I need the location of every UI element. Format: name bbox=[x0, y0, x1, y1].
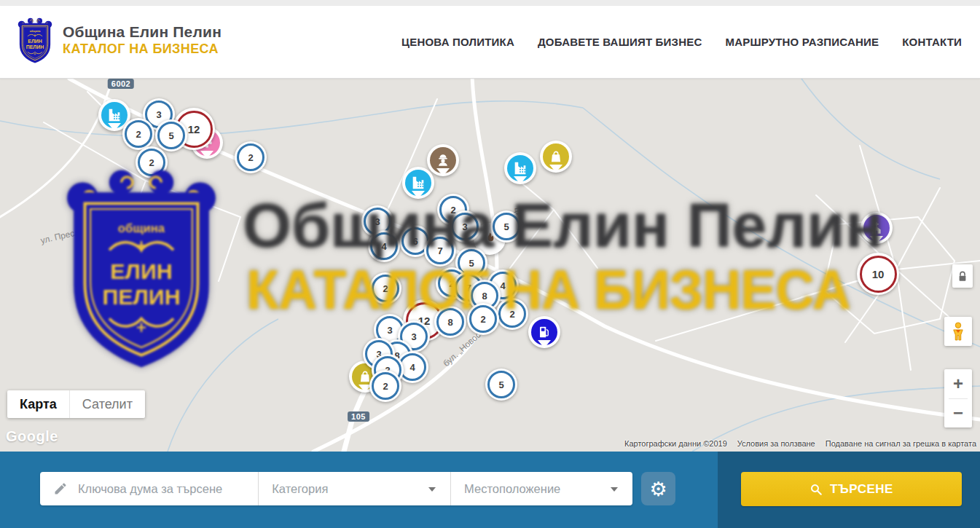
page: община ЕЛИН ПЕЛИН Община Елин Пелин КАТА… bbox=[0, 0, 980, 528]
location-value: Местоположение bbox=[464, 482, 560, 496]
keyword-input[interactable] bbox=[77, 481, 258, 497]
cluster-count: 2 bbox=[498, 300, 526, 328]
pegman-icon bbox=[950, 322, 966, 342]
map-type-satellite-button[interactable]: Сателит bbox=[69, 390, 145, 418]
cluster-count: 2 bbox=[372, 372, 399, 400]
search-bar: Категория Местоположение ⚙ ТЪРСЕНЕ bbox=[0, 452, 980, 528]
zoom-control: + − bbox=[944, 369, 972, 427]
road-number-label: 105 bbox=[348, 411, 369, 422]
cluster-count: 2 bbox=[237, 143, 264, 171]
brand[interactable]: Община Елин Пелин КАТАЛОГ НА БИЗНЕСА bbox=[16, 16, 222, 64]
cluster-count: 2 bbox=[125, 120, 152, 148]
shopping-bag-icon bbox=[543, 143, 569, 170]
cluster-marker[interactable]: 2 bbox=[136, 146, 168, 178]
church-icon bbox=[863, 215, 890, 241]
fuel-icon bbox=[531, 319, 557, 345]
brand-title: Община Елин Пелин bbox=[63, 23, 222, 42]
brand-subtitle: КАТАЛОГ НА БИЗНЕСА bbox=[63, 42, 222, 58]
lock-icon bbox=[957, 270, 968, 283]
zoom-in-button[interactable]: + bbox=[944, 369, 972, 398]
factory-pin-marker[interactable] bbox=[504, 152, 536, 184]
cluster-marker[interactable]: 5 bbox=[155, 119, 187, 151]
header: Община Елин Пелин КАТАЛОГ НА БИЗНЕСА ЦЕН… bbox=[0, 6, 980, 79]
cluster-count: 2 bbox=[138, 149, 165, 176]
factory-pin-marker[interactable] bbox=[402, 167, 434, 199]
church-pin-marker[interactable] bbox=[861, 212, 893, 244]
cluster-marker[interactable]: 2 bbox=[369, 370, 401, 402]
nav-item-4[interactable]: КОНТАКТИ bbox=[902, 36, 962, 48]
chevron-down-icon bbox=[611, 487, 618, 495]
map-canvas[interactable]: 1232522235364752748221282338343251060021… bbox=[0, 79, 980, 452]
zoom-out-button[interactable]: − bbox=[944, 399, 972, 428]
pegman-button[interactable] bbox=[944, 317, 972, 346]
factory-icon bbox=[507, 155, 533, 181]
nav-item-2[interactable]: ДОБАВЕТЕ ВАШИЯТ БИЗНЕС bbox=[538, 36, 702, 48]
cluster-marker[interactable]: 4 bbox=[368, 230, 400, 262]
settings-button[interactable]: ⚙ bbox=[641, 472, 675, 505]
cluster-count: 3 bbox=[451, 213, 479, 240]
cluster-marker[interactable]: 3 bbox=[449, 210, 481, 243]
nav-item-1[interactable]: ЦЕНОВА ПОЛИТИКА bbox=[401, 36, 514, 48]
pencil-icon bbox=[53, 481, 68, 496]
cluster-count: 2 bbox=[469, 305, 497, 333]
cluster-marker[interactable]: 2 bbox=[369, 272, 401, 304]
cluster-count: 7 bbox=[426, 237, 454, 264]
cluster-marker[interactable]: 2 bbox=[467, 303, 499, 335]
factory-icon bbox=[405, 170, 431, 196]
search-button-label: ТЪРСЕНЕ bbox=[830, 482, 893, 497]
worker-pin-marker[interactable] bbox=[427, 144, 459, 176]
attribution-link[interactable]: Подаване на сигнал за грешка в картата bbox=[826, 439, 976, 448]
cluster-count: 8 bbox=[436, 308, 464, 336]
road-number-label: 6002 bbox=[108, 79, 134, 89]
cluster-count: 5 bbox=[487, 371, 515, 398]
map-attribution: Картографски данни ©2019Условия за ползв… bbox=[624, 439, 976, 448]
cluster-count: 5 bbox=[493, 213, 520, 240]
cluster-marker[interactable]: 2 bbox=[496, 298, 528, 330]
map-data-copyright: Картографски данни ©2019 bbox=[624, 439, 727, 448]
map-type-map-button[interactable]: Карта bbox=[7, 390, 69, 418]
cluster-count: 10 bbox=[860, 256, 897, 293]
cluster-marker[interactable]: 10 bbox=[857, 253, 899, 295]
cluster-count: 2 bbox=[372, 275, 399, 302]
cluster-marker[interactable]: 5 bbox=[485, 369, 517, 401]
factory-icon bbox=[101, 102, 128, 128]
worker-icon bbox=[430, 147, 456, 173]
cluster-marker[interactable]: 8 bbox=[434, 306, 466, 338]
main-nav: ЦЕНОВА ПОЛИТИКАДОБАВЕТЕ ВАШИЯТ БИЗНЕСМАР… bbox=[401, 6, 962, 78]
location-select[interactable]: Местоположение bbox=[450, 472, 632, 505]
cluster-marker[interactable]: 2 bbox=[122, 118, 154, 150]
search-icon bbox=[810, 483, 823, 496]
attribution-link[interactable]: Условия за ползване bbox=[737, 439, 815, 448]
cluster-marker[interactable]: 5 bbox=[490, 210, 522, 243]
cluster-marker[interactable]: 2 bbox=[235, 141, 267, 173]
cluster-count: 5 bbox=[157, 122, 185, 149]
cluster-marker[interactable]: 7 bbox=[424, 235, 456, 267]
municipality-crest-logo bbox=[16, 16, 54, 64]
fuel-pin-marker[interactable] bbox=[528, 316, 560, 348]
gear-icon: ⚙ bbox=[649, 479, 667, 499]
lock-button[interactable] bbox=[952, 264, 973, 288]
nav-item-3[interactable]: МАРШРУТНО РАЗПИСАНИЕ bbox=[725, 36, 879, 48]
category-select[interactable]: Категория bbox=[258, 472, 450, 505]
keyword-field[interactable] bbox=[40, 472, 258, 505]
category-value: Категория bbox=[272, 482, 328, 496]
search-button[interactable]: ТЪРСЕНЕ bbox=[741, 472, 962, 506]
shopping-bag-pin-marker[interactable] bbox=[540, 141, 572, 173]
map-type-control: Карта Сателит bbox=[7, 390, 145, 418]
cluster-count: 4 bbox=[370, 232, 398, 260]
chevron-down-icon bbox=[428, 487, 436, 495]
google-logo[interactable]: Google bbox=[6, 428, 58, 445]
filter-group: Категория Местоположение bbox=[40, 472, 632, 505]
